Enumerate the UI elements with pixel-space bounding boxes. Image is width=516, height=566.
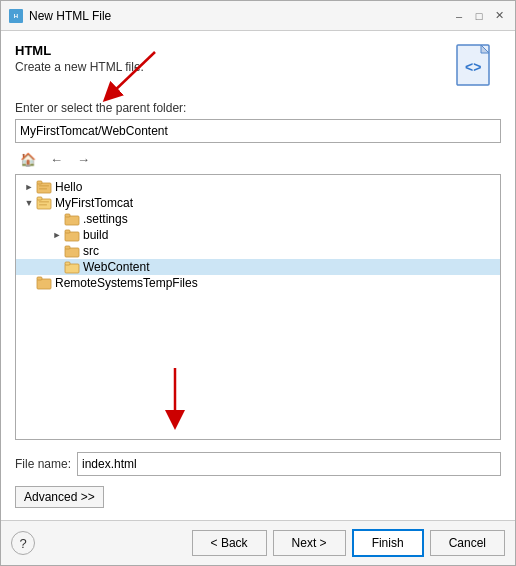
close-button[interactable]: ✕	[491, 8, 507, 24]
folder-icon-webcontent	[64, 260, 80, 274]
next-button[interactable]: Next >	[273, 530, 346, 556]
tree-label-remotesystemstempfiles: RemoteSystemsTempFiles	[55, 276, 198, 290]
dialog-icon: H	[9, 9, 23, 23]
cancel-button[interactable]: Cancel	[430, 530, 505, 556]
svg-text:<>: <>	[465, 59, 481, 75]
tree-item-webcontent[interactable]: ► WebContent	[16, 259, 500, 275]
tree-toggle-build[interactable]: ►	[50, 228, 64, 242]
tree-item-build[interactable]: ► build	[16, 227, 500, 243]
svg-rect-18	[65, 262, 70, 265]
help-button[interactable]: ?	[11, 531, 35, 555]
minimize-button[interactable]: –	[451, 8, 467, 24]
folder-icon-src	[64, 244, 80, 258]
tree-label-hello: Hello	[55, 180, 82, 194]
nav-forward-button[interactable]: →	[72, 149, 95, 170]
tree-label-settings: .settings	[83, 212, 128, 226]
svg-rect-16	[65, 246, 70, 249]
button-bar: ? < Back Next > Finish Cancel	[1, 520, 515, 565]
back-button[interactable]: < Back	[192, 530, 267, 556]
maximize-button[interactable]: □	[471, 8, 487, 24]
nav-bar: 🏠 ← →	[15, 149, 501, 170]
title-bar: H New HTML File – □ ✕	[1, 1, 515, 31]
tree-label-build: build	[83, 228, 108, 242]
window-controls[interactable]: – □ ✕	[451, 8, 507, 24]
nav-back-button[interactable]: ←	[45, 149, 68, 170]
svg-rect-20	[37, 277, 42, 280]
tree-item-myfirsttomcat[interactable]: ▼ MyFirstTomcat	[16, 195, 500, 211]
svg-rect-4	[37, 181, 42, 184]
filename-row: File name:	[15, 452, 501, 476]
svg-rect-12	[65, 214, 70, 217]
tree-item-src[interactable]: ► src	[16, 243, 500, 259]
folder-tree[interactable]: ► Hello ▼	[15, 174, 501, 440]
tree-label-myfirsttomcat: MyFirstTomcat	[55, 196, 133, 210]
tree-label-src: src	[83, 244, 99, 258]
folder-input[interactable]	[15, 119, 501, 143]
section-title: HTML	[15, 43, 144, 58]
tree-label-webcontent: WebContent	[83, 260, 150, 274]
filename-label: File name:	[15, 457, 71, 471]
svg-rect-9	[39, 201, 49, 203]
nav-home-button[interactable]: 🏠	[15, 149, 41, 170]
project-icon-myfirsttomcat	[36, 196, 52, 210]
tree-item-remotesystemstempfiles[interactable]: ► RemoteSystemsTempFiles	[16, 275, 500, 291]
svg-rect-14	[65, 230, 70, 233]
svg-rect-8	[37, 197, 42, 200]
svg-rect-5	[39, 185, 49, 187]
svg-rect-10	[39, 204, 47, 206]
html-file-icon: <>	[451, 43, 501, 93]
section-subtitle: Create a new HTML file.	[15, 60, 144, 74]
tree-item-hello[interactable]: ► Hello	[16, 179, 500, 195]
folder-icon-build	[64, 228, 80, 242]
finish-button[interactable]: Finish	[352, 529, 424, 557]
project-icon-hello	[36, 180, 52, 194]
dialog-title: New HTML File	[29, 9, 111, 23]
svg-rect-6	[39, 188, 47, 190]
folder-icon-settings	[64, 212, 80, 226]
tree-toggle-hello[interactable]: ►	[22, 180, 36, 194]
tree-toggle-myfirsttomcat[interactable]: ▼	[22, 196, 36, 210]
project-icon-remotesystemstempfiles	[36, 276, 52, 290]
svg-rect-19	[37, 279, 51, 289]
filename-input[interactable]	[77, 452, 501, 476]
tree-item-settings[interactable]: ► .settings	[16, 211, 500, 227]
folder-label: Enter or select the parent folder:	[15, 101, 501, 115]
advanced-button[interactable]: Advanced >>	[15, 486, 104, 508]
